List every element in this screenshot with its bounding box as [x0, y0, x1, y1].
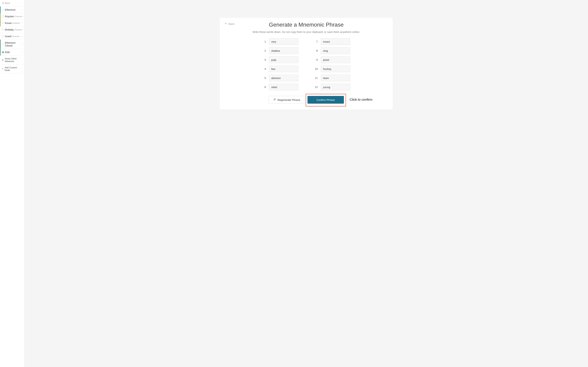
- network-suffix: (Testnet): [14, 29, 22, 31]
- add-custom-node[interactable]: Add Custom Node: [0, 65, 24, 73]
- mnemonic-word-row: 12.young: [314, 84, 350, 90]
- network-item-ethereum-classic[interactable]: Ethereum Classic: [0, 40, 24, 49]
- add-custom-node-label: Add Custom Node: [5, 66, 23, 71]
- regenerate-phrase-button[interactable]: Regenerate Phrase: [269, 96, 305, 104]
- word-index: 11.: [314, 76, 318, 79]
- refresh-icon: [273, 98, 276, 101]
- mnemonic-word-row: 2.shallow: [262, 47, 298, 54]
- network-item-rsk[interactable]: RSK: [0, 49, 24, 56]
- chevron-down-icon: [21, 22, 23, 25]
- chevron-down-icon: [21, 35, 23, 38]
- mnemonic-word: hockey: [321, 66, 350, 72]
- svg-point-0: [2, 2, 4, 4]
- sidebar-back-link[interactable]: Back: [0, 0, 24, 7]
- action-buttons: Regenerate Phrase Confirm Phrase Click t…: [225, 96, 388, 104]
- mnemonic-word: pistol: [321, 57, 350, 63]
- network-label: Goerli: [5, 35, 11, 38]
- word-index: 3.: [262, 58, 267, 61]
- network-label: RSK: [5, 51, 10, 54]
- network-icon: [2, 59, 4, 61]
- mnemonic-word-row: 9.pistol: [314, 57, 350, 63]
- word-index: 12.: [314, 86, 318, 88]
- mnemonic-word-row: 6.rebel: [262, 84, 298, 90]
- network-item-kovan[interactable]: Kovan(Testnet): [0, 20, 24, 26]
- word-index: 8.: [314, 49, 318, 52]
- network-label: Rinkeby: [5, 28, 14, 31]
- radio-icon: [2, 51, 4, 53]
- radio-icon: [2, 9, 4, 11]
- network-suffix: (Testnet): [12, 22, 20, 24]
- mnemonic-word-row: 5.abstract: [262, 75, 298, 81]
- network-label: Ropsten: [5, 15, 14, 18]
- plus-icon: [2, 68, 3, 70]
- network-label: Ethereum: [5, 8, 16, 11]
- sidebar: Back EthereumRopsten(Testnet)Kovan(Testn…: [0, 0, 25, 367]
- mnemonic-word-row: 10.hockey: [314, 66, 350, 72]
- radio-icon: [2, 15, 4, 17]
- regenerate-label: Regenerate Phrase: [277, 98, 300, 101]
- radio-icon: [2, 43, 4, 45]
- mnemonic-card: Back Generate a Mnemonic Phrase Write th…: [219, 17, 393, 110]
- mnemonic-word-row: 8.clog: [314, 47, 350, 54]
- mnemonic-word: abstract: [269, 75, 298, 81]
- chevron-down-icon: [21, 43, 23, 46]
- network-suffix: (Testnet): [15, 15, 22, 17]
- word-index: 7.: [314, 40, 318, 43]
- mnemonic-word-row: 1.very: [262, 38, 298, 45]
- word-index: 1.: [262, 40, 267, 43]
- mnemonic-word-row: 11.team: [314, 75, 350, 81]
- mnemonic-word-row: 7.insect: [314, 38, 350, 45]
- mnemonic-word: pulp: [269, 57, 298, 63]
- click-to-confirm-annotation: Click to confirm: [350, 98, 372, 101]
- word-index: 6.: [262, 86, 267, 88]
- sidebar-back-label: Back: [5, 2, 10, 5]
- mnemonic-word: rebel: [269, 84, 298, 90]
- network-item-goerli[interactable]: Goerli(Testnet): [0, 33, 24, 40]
- word-index: 5.: [262, 76, 267, 79]
- word-index: 2.: [262, 49, 267, 52]
- word-index: 9.: [314, 58, 318, 61]
- word-index: 4.: [262, 67, 267, 70]
- radio-icon: [2, 35, 4, 37]
- chevron-down-icon: [21, 51, 23, 54]
- mnemonic-word: shallow: [269, 47, 298, 54]
- back-arrow-icon: [225, 22, 227, 25]
- main-content: Back Generate a Mnemonic Phrase Write th…: [25, 0, 588, 367]
- mnemonic-word-row: 4.few: [262, 66, 298, 72]
- page-subtitle: Write these words down. Do not copy them…: [225, 30, 388, 33]
- mnemonic-word: very: [269, 38, 298, 45]
- mnemonic-word: few: [269, 66, 298, 72]
- back-arrow-icon: [2, 2, 4, 5]
- mnemonic-word-row: 3.pulp: [262, 57, 298, 63]
- word-index: 10.: [314, 67, 318, 70]
- chevron-down-icon: [22, 15, 24, 18]
- confirm-phrase-button[interactable]: Confirm Phrase: [307, 96, 344, 104]
- card-back-label: Back: [229, 22, 234, 25]
- network-item-rinkeby[interactable]: Rinkeby(Testnet): [0, 26, 24, 33]
- radio-icon: [2, 22, 4, 24]
- mnemonic-word: team: [321, 75, 350, 81]
- mnemonic-word: insect: [321, 38, 350, 45]
- chevron-down-icon: [22, 28, 24, 31]
- mnemonic-word: clog: [321, 47, 350, 54]
- page-title: Generate a Mnemonic Phrase: [225, 22, 388, 28]
- confirm-label: Confirm Phrase: [317, 98, 335, 101]
- network-item-ethereum[interactable]: Ethereum: [0, 7, 24, 13]
- show-other-networks[interactable]: Show Other Networks: [0, 56, 24, 65]
- chevron-down-icon: [21, 8, 23, 11]
- network-label: Ethereum Classic: [5, 42, 21, 47]
- network-label: Kovan: [5, 22, 12, 25]
- mnemonic-words: 1.very2.shallow3.pulp4.few5.abstract6.re…: [225, 38, 388, 90]
- network-item-ropsten[interactable]: Ropsten(Testnet): [0, 13, 24, 20]
- show-other-networks-label: Show Other Networks: [5, 57, 23, 63]
- network-suffix: (Testnet): [12, 35, 19, 37]
- mnemonic-word: young: [321, 84, 350, 90]
- radio-icon: [2, 29, 4, 31]
